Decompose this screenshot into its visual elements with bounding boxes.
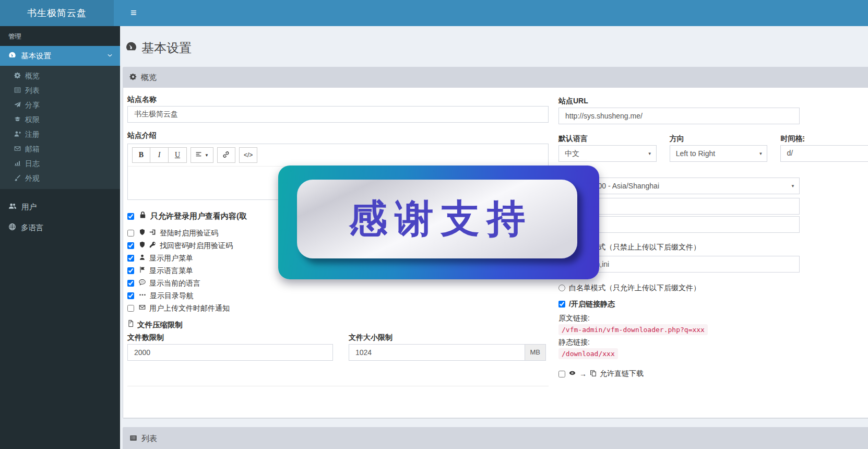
- default-language-select[interactable]: 中文: [558, 145, 657, 162]
- language-icon: [8, 223, 16, 232]
- site-intro-label: 站点介绍: [127, 132, 549, 139]
- sidebar-item-list[interactable]: 列表: [0, 84, 120, 98]
- sidebar-item-label: 外观: [25, 174, 40, 183]
- option-label: 找回密码时启用验证码: [160, 239, 233, 252]
- whitelist-mode-radio[interactable]: [558, 285, 565, 291]
- sidebar-item-users[interactable]: 用户: [0, 196, 120, 217]
- list-panel: 列表: [123, 427, 868, 449]
- graduation-cap-icon: [14, 116, 21, 124]
- sidebar-item-label: 多语言: [21, 223, 44, 233]
- bold-button[interactable]: B: [132, 147, 150, 163]
- lock-icon: [139, 210, 147, 222]
- bar-chart-icon: [14, 160, 21, 168]
- shield-icon: [139, 227, 146, 239]
- file-compress-limit-title: 文件压缩限制: [137, 320, 183, 329]
- sidebar-item-label: 概览: [25, 72, 40, 81]
- option-show-breadcrumb[interactable]: 显示目录导航: [127, 289, 549, 302]
- copy-icon: [590, 370, 597, 379]
- caret-down-icon: ▼: [205, 153, 209, 158]
- static-link-text-label: 静态链接:: [558, 338, 868, 346]
- file-count-label: 文件数限制: [127, 334, 333, 341]
- hamburger-icon: ≡: [130, 7, 137, 18]
- direct-download-checkbox[interactable]: [558, 371, 565, 377]
- sidebar-item-languages[interactable]: 多语言: [0, 217, 120, 238]
- flag-icon: [139, 264, 146, 277]
- site-url-label: 站点URL: [558, 97, 868, 105]
- sidebar-item-register[interactable]: 注册: [0, 127, 120, 142]
- sidebar-item-logs[interactable]: 日志: [0, 157, 120, 171]
- editor-toolbar: B I U ▼: [128, 144, 548, 167]
- sidebar-item-label: 邮箱: [25, 145, 40, 154]
- sidebar-item-mail[interactable]: 邮箱: [0, 142, 120, 157]
- page-title: 基本设置: [125, 40, 868, 56]
- password-captcha-checkbox[interactable]: [127, 242, 134, 249]
- static-link-option[interactable]: /开启链接静态: [558, 299, 868, 309]
- default-language-label: 默认语言: [558, 135, 657, 143]
- option-label: 显示语言菜单: [149, 264, 193, 277]
- static-link-code: /download/xxx: [558, 348, 618, 359]
- direct-download-option[interactable]: → 允许直链下载: [558, 369, 868, 379]
- page-title-text: 基本设置: [141, 40, 192, 56]
- file-compress-limit-header: 文件压缩限制: [127, 320, 549, 329]
- envelope-open-icon: [139, 302, 146, 314]
- sidebar-item-overview[interactable]: 概览: [0, 69, 120, 84]
- direct-download-label: 允许直链下载: [600, 369, 644, 379]
- envelope-icon: [14, 145, 21, 153]
- sidebar-item-basic-settings[interactable]: 基本设置: [0, 46, 120, 66]
- user-plus-icon: [14, 131, 21, 139]
- sidebar-item-label: 注册: [25, 130, 40, 139]
- site-name-label: 站点名称: [127, 96, 549, 103]
- sidebar-submenu: 概览 列表 分享 权限 注册: [0, 66, 120, 189]
- show-user-menu-checkbox[interactable]: [127, 255, 134, 262]
- user-icon: [139, 252, 146, 264]
- zip-file-icon: [127, 320, 134, 329]
- gear-icon: [129, 73, 137, 82]
- sidebar-item-label: 权限: [25, 115, 40, 125]
- content-header: 基本设置: [120, 26, 868, 67]
- blacklist-mode-option[interactable]: 黑名单模式（只禁止上传以下后缀文件）: [558, 242, 868, 252]
- code-view-button[interactable]: </>: [239, 147, 257, 163]
- site-url-input[interactable]: [558, 108, 800, 124]
- comment-icon: [139, 277, 146, 289]
- login-captcha-checkbox[interactable]: [127, 230, 134, 237]
- paint-brush-icon: [14, 174, 21, 183]
- time-format-select[interactable]: d/: [780, 145, 868, 162]
- sidebar-item-share[interactable]: 分享: [0, 98, 120, 113]
- whitelist-mode-option[interactable]: 白名单模式（只允许上传以下后缀文件）: [558, 283, 868, 292]
- login-only-checkbox[interactable]: [127, 213, 134, 220]
- option-upload-mail-notify[interactable]: 用户上传文件时邮件通知: [127, 302, 549, 314]
- sign-in-icon: [149, 227, 156, 239]
- sidebar-toggle-button[interactable]: ≡: [126, 0, 141, 26]
- static-link-checkbox[interactable]: [558, 301, 565, 308]
- file-size-input[interactable]: [349, 344, 525, 361]
- show-current-language-checkbox[interactable]: [127, 280, 134, 287]
- paper-plane-icon: [14, 101, 21, 110]
- file-size-label: 文件大小限制: [349, 334, 546, 341]
- sidebar-item-permissions[interactable]: 权限: [0, 113, 120, 127]
- upload-mail-notify-checkbox[interactable]: [127, 305, 134, 312]
- italic-button[interactable]: I: [150, 147, 169, 163]
- cogs-icon: [14, 72, 21, 80]
- brand-logo[interactable]: 书生极简云盘: [0, 0, 114, 26]
- align-left-icon: [195, 151, 202, 159]
- option-label: 登陆时启用验证码: [160, 227, 218, 239]
- underline-button[interactable]: U: [169, 147, 187, 163]
- align-dropdown-button[interactable]: ▼: [191, 147, 213, 163]
- file-limit-fields: 文件数限制 文件大小限制 MB: [127, 329, 549, 361]
- gauge-icon: [125, 41, 137, 56]
- option-label: 只允许登录用户查看内容(取: [150, 210, 247, 222]
- sidebar-item-appearance[interactable]: 外观: [0, 171, 120, 186]
- list-icon: [14, 87, 21, 95]
- show-breadcrumb-checkbox[interactable]: [127, 292, 134, 299]
- sidebar-section-label: 管理: [0, 26, 120, 46]
- panel-divider: [127, 386, 549, 386]
- link-button[interactable]: [217, 147, 235, 163]
- file-count-input[interactable]: [127, 344, 333, 361]
- option-label: 用户上传文件时邮件通知: [149, 302, 230, 314]
- direction-select[interactable]: Left to Right: [670, 145, 768, 162]
- site-name-input[interactable]: [127, 106, 549, 123]
- list-alt-icon: [129, 434, 137, 443]
- show-language-menu-checkbox[interactable]: [127, 267, 134, 274]
- locale-settings-row: 默认语言 中文 方向 Left to Right: [558, 133, 868, 162]
- link-icon: [222, 151, 230, 160]
